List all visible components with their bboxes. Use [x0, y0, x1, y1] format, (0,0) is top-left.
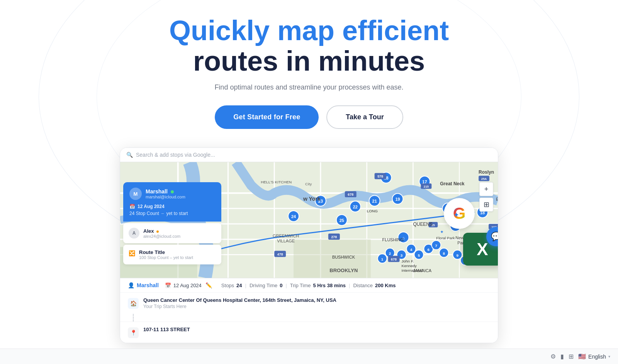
user-email-alex: alex24@icloud.com [143, 234, 180, 239]
active-route-card[interactable]: M Marshall marshal@icloud.com 📅 1 [123, 182, 221, 222]
svg-text:25A: 25A [481, 178, 487, 181]
stop-icon-2: 📍 [128, 327, 139, 338]
sparkle-icon-1: ✦ [453, 211, 459, 219]
svg-text:678: 678 [348, 193, 353, 197]
svg-text:25: 25 [340, 218, 344, 223]
svg-text:Kennedy: Kennedy [402, 264, 417, 268]
google-logo: G [444, 198, 475, 229]
hero-title-dark: routes in minutes [0, 46, 618, 76]
svg-text:6: 6 [428, 247, 430, 252]
svg-text:City: City [305, 182, 312, 186]
sidebar-panel: M Marshall marshal@icloud.com 📅 1 [120, 179, 224, 264]
search-icon: 🔍 [126, 152, 133, 158]
hero-subtitle: Find optimal routes and streamline your … [0, 83, 618, 91]
svg-text:215: 215 [424, 185, 429, 189]
stop-home-icon: 🏠 [128, 298, 139, 309]
svg-text:3: 3 [401, 253, 403, 257]
svg-text:FLUSHING: FLUSHING [382, 237, 404, 242]
svg-text:International: International [402, 268, 423, 273]
avatar-alex: A [129, 228, 139, 239]
svg-text:19: 19 [395, 197, 400, 201]
trip-label: Trip Time [290, 283, 311, 288]
svg-text:22: 22 [353, 205, 358, 209]
user-email-marshall: marshal@icloud.com [146, 195, 185, 199]
user-name-alex: Alex [143, 228, 180, 234]
svg-text:2: 2 [389, 251, 391, 256]
zoom-in-button[interactable]: + [479, 182, 493, 196]
route-stop-count: 100 Stop Count – yet to start [139, 255, 193, 260]
info-date-value: 12 Aug 2024 [173, 283, 202, 288]
svg-text:5: 5 [418, 253, 420, 257]
svg-text:QUEENS: QUEENS [413, 222, 433, 227]
stop-card-2: 📍 107-11 113 STREET [120, 322, 498, 343]
language-selector[interactable]: 🇺🇸 English ▾ [578, 353, 610, 360]
calendar-icon-active: 📅 [129, 204, 135, 209]
svg-text:BROOKLYN: BROOKLYN [329, 267, 358, 273]
dashboard-container: 🔍 Search & add stops via Google... [120, 147, 498, 343]
info-date-section: 📅 12 Aug 2024 ✏️ [165, 282, 212, 288]
flag-icon: 🇺🇸 [578, 353, 586, 360]
map-area: 17 18 23 22 24 21 [120, 162, 498, 278]
take-tour-button[interactable]: Take a Tour [326, 105, 403, 129]
info-stats: Stops 24 | Driving Time 0 | Trip Time 5 … [221, 283, 396, 288]
route-title-label: Route Title [139, 249, 193, 255]
stop-connector-line [133, 314, 498, 322]
svg-text:VILLAGE: VILLAGE [277, 239, 295, 243]
svg-text:24: 24 [291, 214, 296, 219]
svg-text:Elmont: Elmont [496, 197, 498, 201]
svg-text:Great Neck: Great Neck [440, 181, 465, 187]
stop-address-text: Queen Cancer Center Of Queens Hospital C… [143, 297, 336, 303]
svg-text:Roslyn: Roslyn [479, 170, 494, 175]
get-started-button[interactable]: Get Started for Free [215, 105, 319, 129]
hero-heading: Quickly map efficient routes in minutes [0, 15, 618, 76]
driving-label: Driving Time [250, 283, 277, 288]
inactive-route-card-alex[interactable]: A Alex alex24@icloud.com [123, 223, 221, 243]
svg-text:John F.: John F. [402, 259, 414, 263]
avatar-marshall: M [129, 188, 142, 200]
distance-value: 200 Kms [375, 283, 396, 288]
svg-text:HELL'S KITCHEN: HELL'S KITCHEN [261, 180, 292, 185]
calendar-icon-info: 📅 [165, 283, 171, 288]
stops-label: Stops [221, 283, 234, 288]
svg-text:9: 9 [456, 253, 458, 257]
svg-text:GREENWICH: GREENWICH [273, 234, 299, 238]
svg-text:BUSHWICK: BUSHWICK [332, 255, 355, 259]
search-bar: 🔍 Search & add stops via Google... [120, 148, 498, 162]
user-name-marshall: Marshall [146, 188, 185, 195]
route-status: yet to start [166, 211, 188, 216]
bottom-toolbar: ⚙ ▮ ⊞ 🇺🇸 English ▾ [0, 349, 618, 364]
excel-letter: X [477, 240, 488, 259]
hero-section: Quickly map efficient routes in minutes … [0, 0, 618, 129]
route-date: 12 Aug 2024 [138, 204, 165, 209]
route-icon: 🔀 [129, 250, 135, 256]
inactive-indicator [156, 230, 159, 233]
svg-text:478: 478 [277, 252, 283, 256]
info-user-name: Marshall [137, 282, 159, 288]
info-user-section: 👤 Marshall [128, 282, 159, 288]
language-label: English [588, 354, 606, 360]
stop-subtitle-text: Your Trip Starts Here [143, 304, 336, 309]
search-placeholder[interactable]: Search & add stops via Google... [136, 152, 492, 158]
route-title-card[interactable]: 🔀 Route Title 100 Stop Count – yet to st… [123, 245, 221, 264]
driving-value: 0 [280, 283, 282, 288]
svg-text:578: 578 [377, 175, 383, 179]
distance-label: Distance [353, 283, 373, 288]
online-indicator [171, 190, 174, 193]
toolbar-settings-icon[interactable]: ⚙ [550, 353, 556, 360]
sparkle-icon-2: ✦ [440, 229, 444, 235]
toolbar-barchart-icon[interactable]: ▮ [560, 353, 564, 360]
svg-text:678: 678 [391, 257, 397, 261]
svg-text:8: 8 [443, 251, 445, 256]
hero-buttons: Get Started for Free Take a Tour [0, 105, 618, 129]
layers-button[interactable]: ⊞ [479, 198, 493, 212]
edit-icon[interactable]: ✏️ [205, 282, 212, 288]
dashboard-preview: 🔍 Search & add stops via Google... [0, 147, 618, 343]
svg-text:7: 7 [435, 244, 438, 248]
stops-value: 24 [236, 283, 242, 288]
svg-text:1: 1 [381, 257, 384, 261]
user-icon: 👤 [128, 282, 134, 288]
next-stop-address: 107-11 113 STREET [143, 327, 190, 332]
stop-count: 24 Stop Count [129, 211, 159, 216]
toolbar-layers-icon[interactable]: ⊞ [569, 353, 574, 360]
svg-text:w York: w York [303, 196, 321, 202]
